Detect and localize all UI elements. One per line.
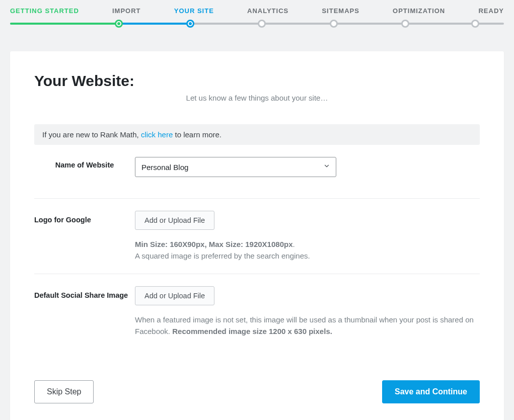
label-site-name: Name of Website	[34, 157, 135, 177]
upload-social-button[interactable]: Add or Upload File	[135, 286, 214, 305]
step-dot-ready	[471, 20, 479, 28]
banner-prefix: If you are new to Rank Math,	[42, 130, 141, 139]
step-ready[interactable]: READY	[478, 7, 504, 15]
step-dot-analytics	[258, 20, 266, 28]
card-footer: Skip Step Save and Continue	[10, 365, 504, 420]
step-optimization[interactable]: OPTIMIZATION	[393, 7, 445, 15]
wizard-card: Your Website: Let us know a few things a…	[10, 51, 504, 420]
learn-more-link[interactable]: click here	[141, 130, 173, 139]
step-dot-import	[115, 20, 123, 28]
label-social-image: Default Social Share Image	[34, 286, 135, 337]
step-getting-started[interactable]: GETTING STARTED	[10, 7, 79, 15]
logo-help-text: A squared image is preferred by the sear…	[135, 251, 310, 260]
row-site-name: Name of Website Personal Blog	[34, 145, 480, 199]
skip-step-button[interactable]: Skip Step	[34, 380, 94, 403]
wizard-stepper: GETTING STARTED IMPORT YOUR SITE ANALYTI…	[0, 0, 514, 34]
step-sitemaps[interactable]: SITEMAPS	[322, 7, 359, 15]
info-banner: If you are new to Rank Math, click here …	[34, 124, 480, 145]
step-track	[10, 20, 504, 28]
step-import[interactable]: IMPORT	[112, 7, 141, 15]
label-logo: Logo for Google	[34, 211, 135, 262]
page-title: Your Website:	[34, 72, 480, 90]
row-logo: Logo for Google Add or Upload File Min S…	[34, 199, 480, 274]
step-dot-optimization	[401, 20, 409, 28]
step-analytics[interactable]: ANALYTICS	[247, 7, 288, 15]
row-social-image: Default Social Share Image Add or Upload…	[34, 274, 480, 365]
social-help-strong: Recommended image size 1200 x 630 pixels…	[172, 327, 332, 335]
step-your-site[interactable]: YOUR SITE	[174, 7, 214, 15]
page-subtitle: Let us know a few things about your site…	[34, 94, 480, 102]
site-type-select[interactable]: Personal Blog	[135, 157, 336, 177]
save-continue-button[interactable]: Save and Continue	[382, 380, 480, 403]
banner-suffix: to learn more.	[173, 130, 222, 139]
upload-logo-button[interactable]: Add or Upload File	[135, 211, 214, 230]
logo-help-strong: Min Size: 160X90px, Max Size: 1920X1080p…	[135, 240, 293, 248]
step-dot-your-site	[186, 20, 194, 28]
step-dot-sitemaps	[330, 20, 338, 28]
